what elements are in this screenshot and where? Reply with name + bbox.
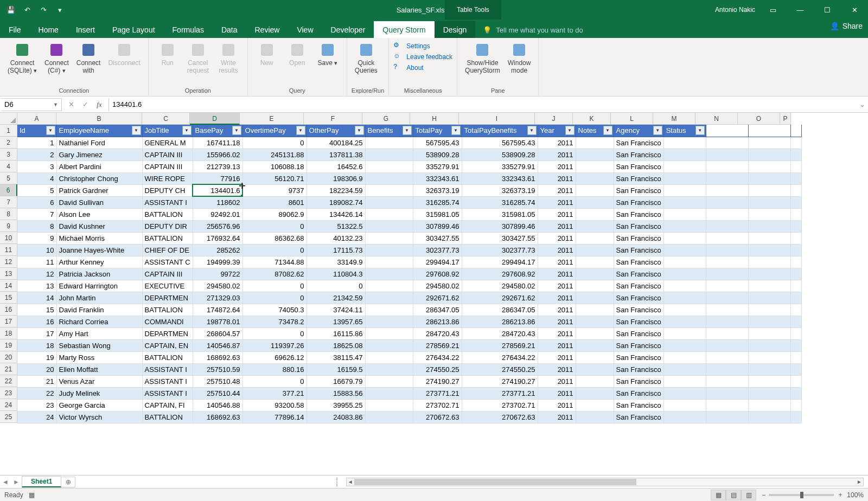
tab-view[interactable]: View	[288, 21, 322, 38]
cell[interactable]: 110804.3	[307, 268, 365, 280]
cell[interactable]: 118602	[193, 196, 242, 208]
cell[interactable]: 69626.12	[242, 351, 307, 363]
filter-icon[interactable]: ▼	[182, 126, 192, 135]
tab-design[interactable]: Design	[435, 21, 476, 38]
cell[interactable]	[706, 244, 748, 256]
cell[interactable]	[706, 149, 748, 160]
cell[interactable]	[365, 280, 413, 292]
cell[interactable]	[790, 399, 801, 411]
cell[interactable]	[365, 399, 413, 411]
cell[interactable]	[365, 327, 413, 339]
cell[interactable]: 14	[17, 292, 56, 304]
page-layout-view-icon[interactable]: ▤	[726, 490, 741, 500]
cell[interactable]: 567595.43	[413, 137, 462, 149]
cell[interactable]: 2011	[538, 256, 576, 268]
cell[interactable]	[365, 292, 413, 304]
cell[interactable]: 16159.5	[307, 363, 365, 375]
table-header-otherpay[interactable]: OtherPay▼	[307, 125, 365, 137]
cell[interactable]: San Francisco	[614, 137, 663, 149]
cell[interactable]	[576, 351, 614, 363]
cell[interactable]	[706, 327, 748, 339]
cell[interactable]	[365, 172, 413, 184]
cell[interactable]: 299494.17	[413, 256, 462, 268]
cell[interactable]	[748, 268, 790, 280]
cell[interactable]: Patricia Jackson	[56, 268, 142, 280]
cell[interactable]: 271329.03	[193, 292, 242, 304]
scroll-thumb[interactable]	[354, 479, 636, 485]
cell[interactable]: 273771.21	[462, 387, 538, 399]
cell[interactable]	[365, 304, 413, 316]
cell[interactable]: San Francisco	[614, 184, 663, 196]
row-header[interactable]: 21	[0, 363, 17, 375]
cell[interactable]: 15883.56	[307, 387, 365, 399]
cell[interactable]: 278569.21	[462, 339, 538, 351]
row-header[interactable]: 17	[0, 316, 17, 327]
expand-formula-icon[interactable]: ⌄	[856, 100, 868, 108]
cell[interactable]: 198306.9	[307, 172, 365, 184]
cell[interactable]	[576, 184, 614, 196]
cell[interactable]	[365, 363, 413, 375]
cell[interactable]: Arthur Kenney	[56, 256, 142, 268]
cell[interactable]	[576, 316, 614, 327]
cell[interactable]	[365, 149, 413, 160]
cell[interactable]: 2011	[538, 316, 576, 327]
cell[interactable]: CHIEF OF DE	[142, 244, 193, 256]
row-header[interactable]: 10	[0, 232, 17, 244]
cell[interactable]	[663, 327, 706, 339]
cell[interactable]: 93200.58	[242, 399, 307, 411]
cell[interactable]	[706, 196, 748, 208]
cell[interactable]	[748, 411, 790, 423]
ribbon-options-icon[interactable]: ▭	[760, 0, 787, 20]
cell[interactable]	[365, 196, 413, 208]
macro-record-icon[interactable]: ▦	[29, 491, 35, 499]
cell[interactable]: Venus Azar	[56, 375, 142, 387]
tab-data[interactable]: Data	[213, 21, 246, 38]
tab-file[interactable]: File	[0, 21, 30, 38]
filter-icon[interactable]: ▼	[403, 126, 412, 135]
cell[interactable]: 335279.91	[462, 160, 538, 172]
row-header[interactable]: 16	[0, 304, 17, 316]
cancel-formula-icon[interactable]: ✕	[64, 98, 78, 111]
cell[interactable]	[706, 399, 748, 411]
close-icon[interactable]: ✕	[841, 0, 868, 20]
cell[interactable]	[790, 172, 801, 184]
cell[interactable]: 273771.21	[413, 387, 462, 399]
cell[interactable]: 315981.05	[462, 208, 538, 220]
cell[interactable]: 71344.88	[242, 256, 307, 268]
cell[interactable]	[576, 339, 614, 351]
cell[interactable]: 0	[242, 244, 307, 256]
row-header[interactable]: 2	[0, 137, 17, 149]
cell[interactable]: 17	[17, 327, 56, 339]
customize-qat-icon[interactable]: ▾	[52, 2, 67, 17]
cell[interactable]: CAPTAIN III	[142, 160, 193, 172]
cell[interactable]	[748, 327, 790, 339]
cell[interactable]: 155966.02	[193, 149, 242, 160]
cell[interactable]: CAPTAIN III	[142, 149, 193, 160]
minimize-icon[interactable]: —	[787, 0, 814, 20]
cell[interactable]	[663, 244, 706, 256]
cell[interactable]: San Francisco	[614, 399, 663, 411]
cell[interactable]: 2011	[538, 387, 576, 399]
cell[interactable]: Ellen Moffatt	[56, 363, 142, 375]
cell[interactable]: BATTALION	[142, 232, 193, 244]
cell[interactable]	[576, 172, 614, 184]
cell[interactable]: 39955.25	[307, 399, 365, 411]
cell[interactable]	[576, 208, 614, 220]
cell[interactable]: Albert Pardini	[56, 160, 142, 172]
row-header[interactable]: 1	[0, 125, 17, 137]
zoom-in-icon[interactable]: ＋	[837, 490, 844, 499]
cell[interactable]: 16452.6	[307, 160, 365, 172]
cell[interactable]: 257510.48	[193, 375, 242, 387]
cell[interactable]: 15	[17, 304, 56, 316]
cell[interactable]: 74050.3	[242, 304, 307, 316]
cell[interactable]	[663, 280, 706, 292]
cell[interactable]	[790, 363, 801, 375]
row-header[interactable]: 23	[0, 387, 17, 399]
cell[interactable]	[790, 137, 801, 149]
cell[interactable]: 278569.21	[413, 339, 462, 351]
cell[interactable]: 2011	[538, 304, 576, 316]
cell[interactable]: ASSISTANT I	[142, 375, 193, 387]
spreadsheet-grid[interactable]: ABCDEFGHIJKLMNOP 12345678910111213141516…	[0, 113, 868, 475]
cell[interactable]: 276434.22	[462, 351, 538, 363]
row-header[interactable]: 22	[0, 375, 17, 387]
